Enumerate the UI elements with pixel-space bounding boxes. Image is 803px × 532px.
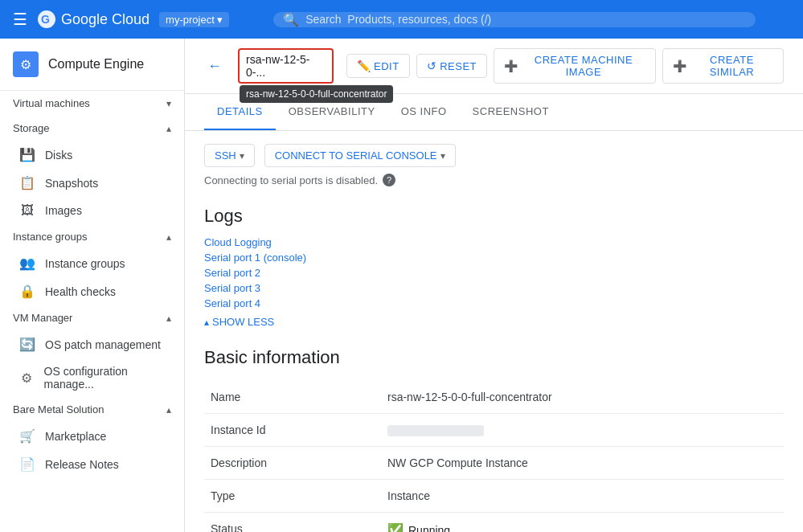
google-logo-icon: G	[37, 10, 56, 29]
search-icon: 🔍	[283, 12, 299, 27]
edit-button[interactable]: ✏️ EDIT	[346, 54, 410, 78]
sidebar-item-os-patch[interactable]: 🔄 OS patch management	[6, 330, 184, 358]
sidebar-title: Compute Engine	[48, 57, 144, 72]
table-row: Type Instance	[204, 480, 784, 513]
edit-icon: ✏️	[357, 59, 371, 72]
label-name: Name	[204, 381, 381, 414]
create-similar-button[interactable]: ➕ CREATE SIMILAR	[662, 48, 784, 84]
sidebar-group-vm-manager[interactable]: VM Manager ▴	[0, 305, 184, 330]
basic-info-table: Name rsa-nw-12-5-0-0-full-concentrator I…	[204, 381, 784, 532]
sidebar-item-label-health-checks: Health checks	[45, 285, 116, 298]
sidebar-item-os-config[interactable]: ⚙ OS configuration manage...	[6, 358, 184, 397]
sidebar-group-label-storage: Storage	[13, 122, 50, 134]
chevron-up-icon: ▴	[166, 123, 171, 134]
sidebar-item-release-notes[interactable]: 📄 Release Notes	[6, 450, 184, 478]
label-description: Description	[204, 447, 381, 480]
google-cloud-logo: G Google Cloud	[37, 10, 150, 29]
sidebar-storage-items: 💾 Disks 📋 Snapshots 🖼 Images	[0, 141, 184, 224]
sidebar-group-label-ig: Instance groups	[13, 231, 88, 243]
instance-name-short: rsa-nw-12-5-0-...	[246, 53, 309, 79]
create-similar-icon: ➕	[673, 59, 687, 72]
os-config-icon: ⚙	[19, 370, 35, 386]
redacted-instance-id	[387, 425, 484, 436]
reset-button[interactable]: ↺ RESET	[416, 54, 487, 78]
top-navigation: ☰ G Google Cloud my-project ▾ 🔍	[0, 0, 803, 39]
tab-screenshot[interactable]: SCREENSHOT	[460, 94, 562, 130]
sidebar-item-label-disks: Disks	[45, 149, 72, 162]
value-instance-id	[381, 414, 784, 447]
snapshot-icon: 📋	[19, 175, 35, 190]
chevron-up-icon-bms: ▴	[166, 404, 171, 415]
sidebar-group-label-vm: Virtual machines	[13, 97, 90, 109]
sidebar-item-label-instance-groups: Instance groups	[45, 257, 125, 270]
table-row: Description NW GCP Compute Instance	[204, 447, 784, 480]
tab-os-info[interactable]: OS INFO	[388, 94, 460, 130]
serial-port-1-link[interactable]: Serial port 1 (console)	[204, 252, 784, 264]
label-type: Type	[204, 480, 381, 513]
compute-engine-icon: ⚙	[13, 51, 39, 77]
table-row: Instance Id	[204, 414, 784, 447]
instance-groups-icon: 👥	[19, 256, 35, 271]
ssh-console-row: SSH ▾ CONNECT TO SERIAL CONSOLE ▾	[204, 144, 784, 167]
search-input[interactable]	[305, 13, 746, 26]
images-icon: 🖼	[19, 203, 35, 218]
chevron-up-icon-vmm: ▴	[166, 313, 171, 324]
connect-serial-console-label: CONNECT TO SERIAL CONSOLE	[275, 149, 437, 162]
os-patch-icon: 🔄	[19, 337, 35, 352]
create-machine-image-button[interactable]: ➕ CREATE MACHINE IMAGE	[494, 48, 656, 84]
basic-info-section: Basic information Name rsa-nw-12-5-0-0-f…	[204, 347, 784, 532]
chevron-up-icon-ig: ▴	[166, 231, 171, 243]
serial-port-3-link[interactable]: Serial port 3	[204, 282, 784, 294]
show-less-button[interactable]: ▴ SHOW LESS	[204, 316, 784, 328]
disk-icon: 💾	[19, 147, 35, 162]
marketplace-icon: 🛒	[19, 428, 35, 444]
cloud-logging-link[interactable]: Cloud Logging	[204, 236, 784, 248]
sidebar-item-disks[interactable]: 💾 Disks	[6, 141, 184, 169]
ssh-dropdown-icon[interactable]: ▾	[240, 150, 244, 162]
serial-port-2-link[interactable]: Serial port 2	[204, 267, 784, 279]
status-running: ✅ Running	[387, 522, 777, 532]
sidebar-header: ⚙ Compute Engine	[0, 39, 184, 91]
sidebar-group-storage[interactable]: Storage ▴	[0, 116, 184, 141]
connect-serial-console-button[interactable]: CONNECT TO SERIAL CONSOLE ▾	[264, 144, 456, 167]
sidebar-item-snapshots[interactable]: 📋 Snapshots	[6, 169, 184, 197]
back-button[interactable]: ←	[204, 55, 225, 78]
ssh-button[interactable]: SSH ▾	[204, 144, 255, 167]
console-dropdown-icon[interactable]: ▾	[440, 150, 445, 162]
instance-name-tooltip: rsa-nw-12-5-0-0-full-concentrator	[240, 85, 393, 103]
sidebar-group-label-vmm: VM Manager	[13, 312, 72, 324]
status-text: Running	[408, 524, 450, 532]
serial-ports-disabled-notice: Connecting to serial ports is disabled. …	[204, 174, 784, 186]
help-icon[interactable]: ?	[383, 174, 395, 186]
sidebar-item-marketplace[interactable]: 🛒 Marketplace	[6, 422, 184, 450]
label-instance-id: Instance Id	[204, 414, 381, 447]
sidebar-bare-metal-items: 🛒 Marketplace 📄 Release Notes	[0, 422, 184, 478]
serial-port-4-link[interactable]: Serial port 4	[204, 297, 784, 309]
sidebar-item-label-marketplace: Marketplace	[45, 430, 106, 443]
reset-icon: ↺	[427, 59, 437, 72]
release-notes-icon: 📄	[19, 456, 35, 472]
sidebar-vm-manager-items: 🔄 OS patch management ⚙ OS configuration…	[0, 330, 184, 397]
search-bar[interactable]: 🔍	[273, 12, 756, 27]
value-type: Instance	[381, 480, 784, 513]
instance-name-box: rsa-nw-12-5-0-... rsa-nw-12-5-0-0-full-c…	[238, 48, 334, 84]
project-selector[interactable]: my-project ▾	[159, 12, 229, 27]
google-cloud-text: Google Cloud	[61, 11, 150, 28]
sidebar-item-label-os-patch: OS patch management	[45, 338, 161, 351]
sidebar-item-label-images: Images	[45, 204, 82, 217]
value-status: ✅ Running	[381, 513, 784, 532]
sidebar-group-virtual-machines[interactable]: Virtual machines ▾	[0, 91, 184, 116]
basic-info-title: Basic information	[204, 347, 784, 368]
sidebar-group-bare-metal[interactable]: Bare Metal Solution ▴	[0, 397, 184, 422]
hamburger-menu-icon[interactable]: ☰	[13, 10, 27, 29]
sidebar-group-instance-groups[interactable]: Instance groups ▴	[0, 224, 184, 249]
sidebar-item-instance-groups[interactable]: 👥 Instance groups	[6, 249, 184, 277]
sidebar-item-images[interactable]: 🖼 Images	[6, 197, 184, 224]
content-area: SSH ▾ CONNECT TO SERIAL CONSOLE ▾ Connec…	[185, 131, 803, 532]
logs-title: Logs	[204, 206, 784, 227]
logs-links: Cloud Logging Serial port 1 (console) Se…	[204, 236, 784, 309]
value-name: rsa-nw-12-5-0-0-full-concentrator	[381, 381, 784, 414]
logs-section: Logs Cloud Logging Serial port 1 (consol…	[204, 206, 784, 328]
status-running-icon: ✅	[387, 522, 404, 532]
sidebar-item-health-checks[interactable]: 🔒 Health checks	[6, 277, 184, 305]
